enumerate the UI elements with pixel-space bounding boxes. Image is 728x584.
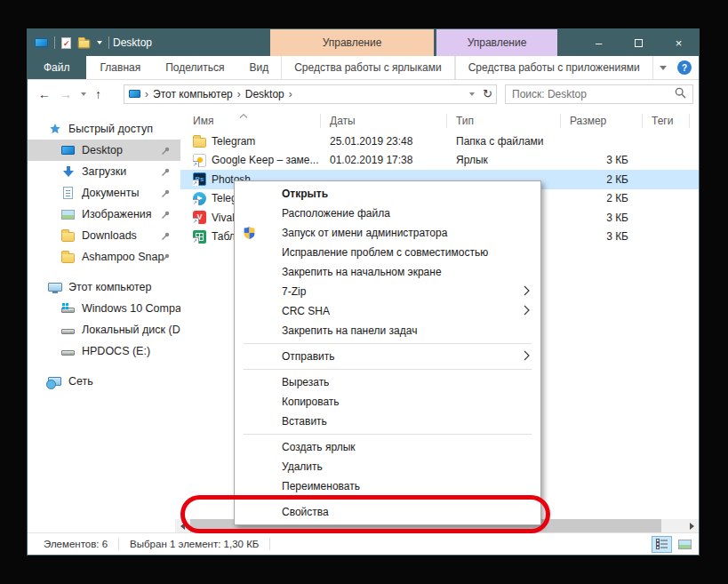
sidebar-item-label: Изображения: [82, 208, 152, 220]
breadcrumb-separator: ›: [289, 88, 292, 100]
thumbnail-view-button[interactable]: [675, 536, 695, 553]
scroll-left-arrow-icon[interactable]: [175, 519, 189, 532]
search-icon[interactable]: [675, 87, 686, 101]
google-keep-icon: [193, 154, 206, 167]
desktop-icon: [60, 146, 76, 155]
search-placeholder: Поиск: Desktop: [512, 88, 587, 100]
address-bar[interactable]: › Этот компьютер › Desktop › ↻: [124, 84, 497, 104]
submenu-arrow-icon: [524, 305, 530, 318]
sidebar-item-label: Локальный диск (D: [82, 324, 180, 336]
sidebar-item-desktop[interactable]: Desktop: [28, 140, 180, 161]
menu-item-send-to[interactable]: Отправить: [235, 347, 540, 366]
tab-file[interactable]: Файл: [28, 56, 86, 79]
quick-access-star-icon: [47, 123, 62, 135]
drive-icon: [60, 347, 76, 356]
menu-item-pin-to-taskbar[interactable]: Закрепить на панели задач: [235, 321, 540, 340]
address-dropdown-chevron-icon[interactable]: [469, 92, 475, 96]
pin-icon: [161, 231, 170, 244]
sidebar-item-network[interactable]: Сеть: [28, 371, 180, 392]
sidebar-item-label: Ashampoo Snap: [82, 251, 164, 263]
menu-item-7zip[interactable]: 7-Zip: [235, 282, 540, 301]
menu-item-delete[interactable]: Удалить: [235, 457, 540, 476]
menu-item-open[interactable]: Открыть: [235, 184, 540, 204]
tab-view[interactable]: Вид: [236, 56, 281, 79]
tab-application-tools[interactable]: Средства работы с приложениями: [455, 56, 653, 79]
tab-home[interactable]: Главная: [88, 56, 154, 79]
downloads-arrow-icon: [60, 166, 76, 178]
search-input[interactable]: Поиск: Desktop: [505, 84, 693, 104]
pin-icon: [161, 167, 170, 180]
breadcrumb-separator: ›: [145, 88, 148, 100]
menu-separator: [244, 343, 532, 344]
menu-item-rename[interactable]: Переименовать: [235, 476, 540, 496]
menu-item-crc-sha[interactable]: CRC SHA: [235, 301, 540, 321]
telegram-icon: [193, 192, 206, 205]
minimize-button[interactable]: –: [579, 29, 619, 56]
sidebar-item-label: HPDOCS (E:): [82, 345, 150, 357]
menu-item-copy[interactable]: Копировать: [235, 392, 540, 412]
column-header-date[interactable]: Даты: [330, 110, 456, 132]
sidebar-item-hpdocs-e[interactable]: HPDOCS (E:): [28, 340, 180, 362]
refresh-icon[interactable]: ↻: [483, 87, 492, 100]
breadcrumb-this-pc[interactable]: Этот компьютер: [153, 88, 233, 100]
breadcrumb-separator: ›: [237, 88, 241, 100]
folder-icon: [60, 229, 76, 242]
column-header-tags[interactable]: Теги: [652, 110, 699, 132]
sidebar-item-quick-access[interactable]: Быстрый доступ: [28, 118, 180, 140]
customize-qat-chevron-icon[interactable]: [97, 41, 102, 44]
maximize-icon: [635, 39, 643, 47]
photoshop-icon: Ps: [193, 172, 206, 186]
folder-icon: [193, 134, 206, 148]
file-row-telegram-folder[interactable]: Telegram 25.01.2019 23:48 Папка с файлам…: [180, 132, 699, 151]
close-button[interactable]: ×: [659, 29, 699, 56]
sidebar-item-label: Быстрый доступ: [68, 123, 153, 135]
tab-share[interactable]: Поделиться: [153, 56, 236, 79]
contextual-group-application-tools[interactable]: Управление: [436, 29, 557, 56]
menu-item-pin-to-start[interactable]: Закрепить на начальном экране: [235, 262, 540, 282]
sidebar-item-this-pc[interactable]: Этот компьютер: [28, 276, 180, 298]
expand-ribbon-chevron-icon[interactable]: [660, 66, 667, 70]
menu-item-paste[interactable]: Вставить: [235, 412, 540, 431]
contextual-group-shortcut-tools[interactable]: Управление: [270, 29, 434, 56]
menu-item-compatibility[interactable]: Исправление проблем с совместимостью: [235, 243, 540, 262]
sidebar-item-ashampoo-snap[interactable]: Ashampoo Snap: [28, 246, 180, 268]
file-row-google-keep[interactable]: Google Keep – заме... 01.02.2019 17:38 Я…: [180, 151, 699, 171]
sidebar-item-local-disk-d[interactable]: Локальный диск (D: [28, 319, 180, 340]
help-icon[interactable]: ?: [677, 60, 692, 75]
menu-item-properties[interactable]: Свойства: [235, 502, 540, 522]
maximize-button[interactable]: [619, 29, 659, 56]
separator: [108, 36, 109, 49]
sidebar-item-label: Сеть: [68, 375, 93, 388]
menu-item-file-location[interactable]: Расположение файла: [235, 204, 540, 223]
quick-access-toolbar: [28, 29, 109, 56]
column-header-type[interactable]: Тип: [456, 110, 570, 132]
breadcrumb-desktop[interactable]: Desktop: [245, 88, 284, 100]
network-icon: [47, 377, 62, 386]
document-icon: [60, 187, 76, 199]
window-title: Desktop: [113, 29, 152, 56]
menu-item-cut[interactable]: Вырезать: [235, 372, 540, 392]
up-button[interactable]: ↑: [95, 87, 101, 101]
sidebar-item-windows-drive[interactable]: Windows 10 Compa: [28, 298, 180, 319]
properties-button-icon[interactable]: [61, 37, 71, 49]
new-folder-icon[interactable]: [78, 40, 91, 49]
column-header-size[interactable]: Размер: [570, 110, 652, 132]
sidebar-item-downloads-ru[interactable]: Загрузки: [28, 161, 180, 182]
recent-locations-chevron-icon[interactable]: [81, 92, 86, 96]
menu-separator: [244, 434, 532, 435]
sidebar-item-pictures[interactable]: Изображения: [28, 204, 180, 225]
sidebar-item-downloads-en[interactable]: Downloads: [28, 225, 180, 246]
sidebar-item-documents[interactable]: Документы: [28, 182, 180, 204]
column-header-name[interactable]: Имя: [193, 110, 330, 132]
forward-button[interactable]: →: [60, 87, 72, 101]
back-button[interactable]: ←: [38, 87, 51, 101]
system-drive-icon: [60, 304, 76, 313]
sidebar-item-label: Этот компьютер: [68, 281, 151, 293]
menu-item-create-shortcut[interactable]: Создать ярлык: [235, 437, 540, 457]
tab-shortcut-tools[interactable]: Средства работы с ярлыками: [281, 56, 454, 79]
menu-item-run-as-admin[interactable]: Запуск от имени администратора: [235, 223, 540, 243]
sidebar-item-label: Документы: [82, 187, 139, 199]
details-view-button[interactable]: [652, 536, 672, 553]
scroll-right-arrow-icon[interactable]: [684, 519, 699, 532]
menu-separator: [244, 369, 532, 370]
